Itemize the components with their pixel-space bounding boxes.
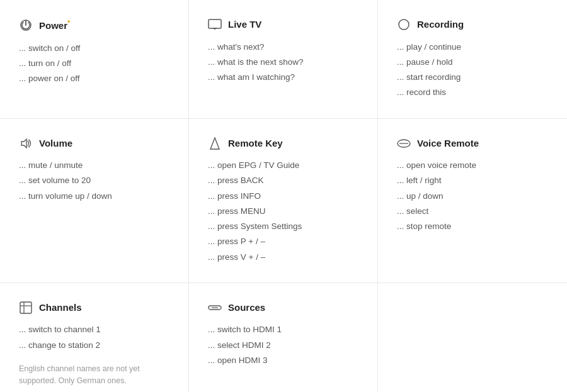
cell-header-channels: Channels [19,301,169,315]
item-volume-0: ... mute / unmute [19,158,169,173]
remote-icon [208,137,222,150]
item-power-2: ... power on / off [19,71,169,86]
cell-title-remote-key: Remote Key [228,137,283,151]
item-remote-key-2: ... press INFO [208,189,358,204]
item-recording-0: ... play / continue [397,40,548,55]
item-voice-remote-1: ... left / right [397,173,548,188]
item-voice-remote-4: ... stop remote [397,219,548,234]
cell-sources: Sources... switch to HDMI 1... select HD… [189,283,378,392]
cell-volume: Volume... mute / unmute... set volume to… [0,119,189,283]
cell-header-sources: Sources [208,301,358,315]
item-remote-key-4: ... press System Settings [208,219,358,234]
volume-icon [19,137,33,150]
cell-title-power: Power* [39,18,70,33]
item-voice-remote-3: ... select [397,204,548,219]
item-volume-2: ... turn volume up / down [19,189,169,204]
cell-title-voice-remote: Voice Remote [417,137,479,151]
item-power-0: ... switch on / off [19,41,169,56]
svg-rect-2 [209,20,221,28]
note-channels: English channel names are not yet suppor… [19,363,169,387]
cell-header-voice-remote: Voice Remote [397,137,548,151]
item-channels-1: ... change to station 2 [19,338,169,353]
item-power-1: ... turn on / off [19,56,169,71]
cell-title-recording: Recording [417,18,464,32]
item-remote-key-6: ... press V + / – [208,250,358,265]
item-recording-2: ... start recording [397,70,548,85]
item-voice-remote-2: ... up / down [397,189,548,204]
cell-title-sources: Sources [228,301,265,315]
cell-voice-remote: Voice Remote... open voice remote... lef… [378,119,567,283]
item-voice-remote-0: ... open voice remote [397,158,548,173]
item-sources-1: ... select HDMI 2 [208,338,358,353]
item-remote-key-0: ... open EPG / TV Guide [208,158,358,173]
cell-recording: Recording... play / continue... pause / … [378,0,567,119]
tv-icon [208,18,222,31]
channels-icon [19,301,33,315]
item-remote-key-5: ... press P + / – [208,234,358,249]
cell-empty [378,283,567,392]
svg-point-5 [399,20,409,30]
cell-power: Power*... switch on / off... turn on / o… [0,0,189,119]
record-icon [397,18,411,31]
item-remote-key-3: ... press MENU [208,204,358,219]
cell-remote-key: Remote Key... open EPG / TV Guide... pre… [189,119,378,283]
svg-marker-7 [210,138,219,149]
cell-title-live-tv: Live TV [228,18,261,32]
sources-icon [208,301,222,315]
cell-title-channels: Channels [39,301,82,315]
item-volume-1: ... set volume to 20 [19,173,169,188]
voice-icon [397,137,411,150]
cell-channels: Channels... switch to channel 1... chang… [0,283,189,392]
cell-live-tv: Live TV... what's next?... what is the n… [189,0,378,119]
item-sources-0: ... switch to HDMI 1 [208,322,358,337]
main-grid: Power*... switch on / off... turn on / o… [0,0,567,392]
item-channels-0: ... switch to channel 1 [19,322,169,337]
cell-header-live-tv: Live TV [208,18,358,32]
cell-header-volume: Volume [19,137,169,151]
item-live-tv-1: ... what is the next show? [208,55,358,70]
item-live-tv-0: ... what's next? [208,40,358,55]
cell-title-volume: Volume [39,137,72,151]
item-sources-2: ... open HDMI 3 [208,353,358,368]
cell-header-remote-key: Remote Key [208,137,358,151]
cell-header-power: Power* [19,18,169,33]
item-recording-3: ... record this [397,85,548,100]
item-recording-1: ... pause / hold [397,55,548,70]
svg-marker-6 [21,139,26,148]
svg-rect-10 [20,302,32,313]
item-remote-key-1: ... press BACK [208,173,358,188]
power-icon [19,18,33,32]
cell-header-recording: Recording [397,18,548,32]
item-live-tv-2: ... what am I watching? [208,70,358,85]
